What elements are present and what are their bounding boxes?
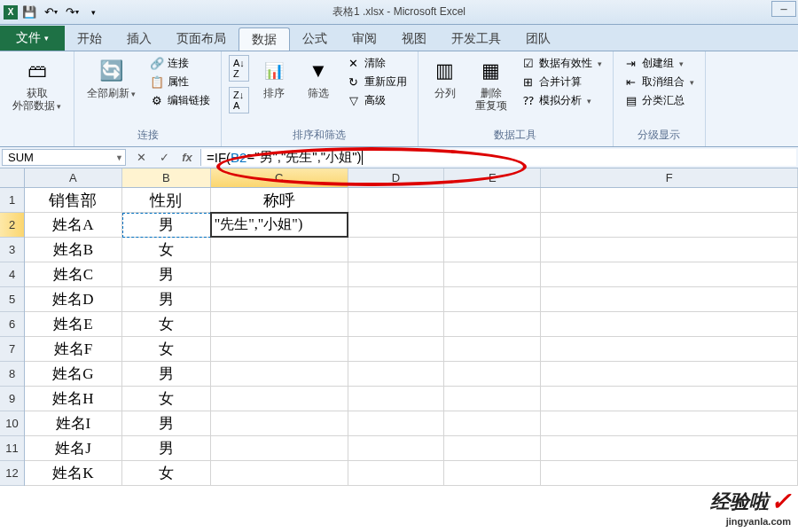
- cell-A10[interactable]: 姓名I: [25, 411, 122, 436]
- cell-A12[interactable]: 姓名K: [25, 461, 122, 486]
- tab-insert[interactable]: 插入: [114, 27, 164, 51]
- cell-B10[interactable]: 男: [122, 411, 211, 436]
- cell-E5[interactable]: [444, 287, 541, 312]
- cell-F3[interactable]: [541, 238, 798, 262]
- column-header-C[interactable]: C: [211, 168, 348, 187]
- formula-input[interactable]: =IF(B2="男","先生","小姐"): [200, 149, 796, 166]
- cell-C7[interactable]: [211, 337, 348, 362]
- cell-D6[interactable]: [348, 312, 445, 337]
- cell-F8[interactable]: [541, 362, 798, 387]
- insert-function-button[interactable]: fx: [179, 150, 195, 166]
- column-header-F[interactable]: F: [541, 168, 798, 187]
- cell-E8[interactable]: [444, 362, 541, 387]
- cell-D5[interactable]: [348, 287, 445, 312]
- data-validation-button[interactable]: ☑数据有效性: [518, 55, 606, 72]
- undo-button[interactable]: ↶▾: [41, 3, 60, 22]
- cell-E1[interactable]: [444, 188, 541, 213]
- sort-za-button[interactable]: Z↓A: [229, 87, 249, 113]
- row-header-10[interactable]: 10: [0, 411, 24, 436]
- cell-A4[interactable]: 姓名C: [25, 262, 122, 287]
- row-header-11[interactable]: 11: [0, 436, 24, 461]
- row-header-1[interactable]: 1: [0, 188, 24, 213]
- cell-C9[interactable]: [211, 387, 348, 411]
- select-all-corner[interactable]: [0, 168, 25, 188]
- filter-button[interactable]: ▼ 筛选: [299, 55, 338, 101]
- row-header-4[interactable]: 4: [0, 262, 24, 287]
- cell-A7[interactable]: 姓名F: [25, 337, 122, 362]
- cell-A9[interactable]: 姓名H: [25, 387, 122, 411]
- row-header-6[interactable]: 6: [0, 312, 24, 337]
- whatif-button[interactable]: ⁇模拟分析: [518, 92, 606, 109]
- cell-C3[interactable]: [211, 238, 348, 262]
- get-external-data-button[interactable]: 🗃 获取 外部数据: [7, 55, 66, 114]
- cell-F10[interactable]: [541, 411, 798, 436]
- consolidate-button[interactable]: ⊞合并计算: [518, 74, 606, 90]
- tab-data[interactable]: 数据: [239, 27, 290, 51]
- cell-D8[interactable]: [348, 362, 445, 387]
- cell-C10[interactable]: [211, 411, 348, 436]
- cell-A2[interactable]: 姓名A: [25, 213, 122, 238]
- refresh-all-button[interactable]: 🔄 全部刷新: [82, 55, 141, 101]
- cancel-formula-button[interactable]: ✕: [133, 150, 149, 166]
- cell-F11[interactable]: [541, 436, 798, 461]
- cell-C6[interactable]: [211, 312, 348, 337]
- cell-A3[interactable]: 姓名B: [25, 238, 122, 262]
- row-header-8[interactable]: 8: [0, 362, 24, 387]
- cell-E11[interactable]: [444, 436, 541, 461]
- enter-formula-button[interactable]: ✓: [156, 150, 172, 166]
- cell-D10[interactable]: [348, 411, 445, 436]
- cell-E3[interactable]: [444, 238, 541, 262]
- row-header-2[interactable]: 2: [0, 213, 24, 238]
- cell-A8[interactable]: 姓名G: [25, 362, 122, 387]
- tab-formulas[interactable]: 公式: [290, 27, 340, 51]
- cell-C2[interactable]: "先生","小姐"): [211, 213, 348, 238]
- connections-button[interactable]: 🔗连接: [146, 55, 214, 72]
- tab-review[interactable]: 审阅: [340, 27, 389, 51]
- cell-E2[interactable]: [444, 213, 541, 238]
- cell-B12[interactable]: 女: [122, 461, 211, 486]
- tab-home[interactable]: 开始: [65, 27, 114, 51]
- reapply-button[interactable]: ↻重新应用: [343, 74, 411, 90]
- cell-C8[interactable]: [211, 362, 348, 387]
- row-header-12[interactable]: 12: [0, 461, 24, 486]
- cell-F12[interactable]: [541, 461, 798, 486]
- clear-filter-button[interactable]: ✕清除: [343, 55, 411, 72]
- row-header-7[interactable]: 7: [0, 337, 24, 362]
- group-button[interactable]: ⇥创建组: [621, 55, 698, 72]
- cell-F7[interactable]: [541, 337, 798, 362]
- cell-E9[interactable]: [444, 387, 541, 411]
- cell-D1[interactable]: [348, 188, 445, 213]
- cell-F5[interactable]: [541, 287, 798, 312]
- tab-page-layout[interactable]: 页面布局: [164, 27, 239, 51]
- cell-D4[interactable]: [348, 262, 445, 287]
- name-box[interactable]: SUM ▼: [2, 149, 126, 166]
- cell-D11[interactable]: [348, 436, 445, 461]
- cell-A1[interactable]: 销售部: [25, 188, 122, 213]
- cell-C5[interactable]: [211, 287, 348, 312]
- spreadsheet-grid[interactable]: 123456789101112 ABCDEF 销售部性别称呼姓名A男"先生","…: [0, 168, 798, 532]
- cell-B1[interactable]: 性别: [122, 188, 211, 213]
- cell-B4[interactable]: 男: [122, 262, 211, 287]
- cell-B2[interactable]: 男: [122, 213, 211, 238]
- cell-B5[interactable]: 男: [122, 287, 211, 312]
- subtotal-button[interactable]: ▤分类汇总: [621, 92, 698, 109]
- cell-D3[interactable]: [348, 238, 445, 262]
- cell-B6[interactable]: 女: [122, 312, 211, 337]
- cell-A11[interactable]: 姓名J: [25, 436, 122, 461]
- cell-C4[interactable]: [211, 262, 348, 287]
- cell-F4[interactable]: [541, 262, 798, 287]
- redo-button[interactable]: ↷▾: [62, 3, 82, 22]
- name-box-dropdown-icon[interactable]: ▼: [115, 153, 123, 162]
- cell-E4[interactable]: [444, 262, 541, 287]
- minimize-button[interactable]: ─: [771, 1, 796, 17]
- cell-F2[interactable]: [541, 213, 798, 238]
- cell-C11[interactable]: [211, 436, 348, 461]
- cell-E7[interactable]: [444, 337, 541, 362]
- row-header-9[interactable]: 9: [0, 387, 24, 411]
- row-header-5[interactable]: 5: [0, 287, 24, 312]
- text-to-columns-button[interactable]: ▥ 分列: [426, 55, 465, 101]
- cell-D12[interactable]: [348, 461, 445, 486]
- column-header-B[interactable]: B: [122, 168, 211, 187]
- cell-C12[interactable]: [211, 461, 348, 486]
- cell-E10[interactable]: [444, 411, 541, 436]
